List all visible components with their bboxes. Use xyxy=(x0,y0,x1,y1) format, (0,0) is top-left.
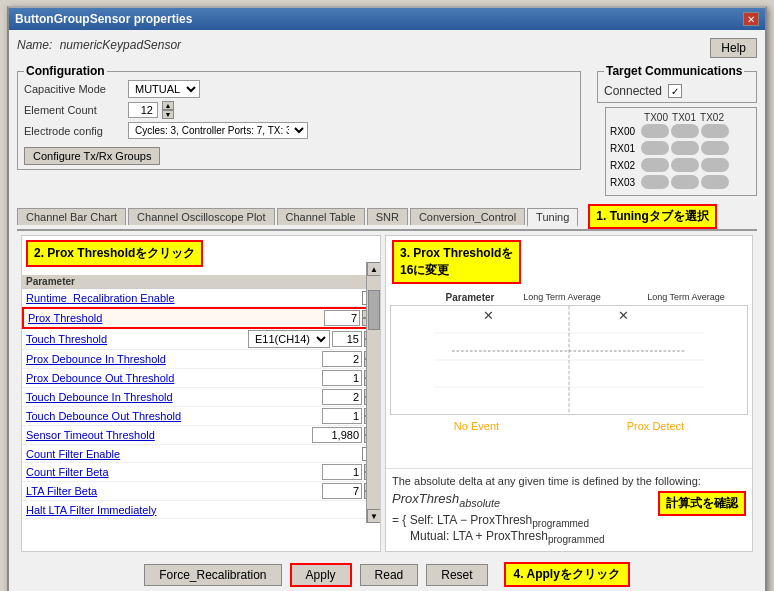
config-section: Configuration Capacitive Mode MUTUAL Ele… xyxy=(17,64,581,170)
configure-txrx-button[interactable]: Configure Tx/Rx Groups xyxy=(24,147,160,165)
param-name-2[interactable]: Touch Threshold xyxy=(26,333,248,345)
window-body: Name: numericKeypadSensor Help Configura… xyxy=(9,30,765,591)
param-row-6: Touch Debounce Out Threshold ▲ ▼ xyxy=(22,407,380,426)
tx-grid: TX00 TX01 TX02 RX00 RX01 xyxy=(605,107,757,196)
config-title: Configuration xyxy=(24,64,107,78)
param-control-2: E11(CH14) ▲ ▼ xyxy=(248,330,376,348)
param-name-11[interactable]: Halt LTA Filter Immediately xyxy=(26,504,376,516)
param-name-9[interactable]: Count Filter Beta xyxy=(26,466,322,478)
connected-label: Connected xyxy=(604,84,662,98)
chart-col2: Long Term Average xyxy=(500,292,624,303)
close-button[interactable]: ✕ xyxy=(743,12,759,26)
reset-button[interactable]: Reset xyxy=(426,564,487,586)
params-scrollbar[interactable]: ▲ ▼ xyxy=(366,262,380,523)
tx-header: TX00 TX01 TX02 xyxy=(610,112,752,123)
main-content: 2. Prox Thresholdをクリック Parameter Runtime… xyxy=(17,231,757,556)
element-count-input[interactable] xyxy=(128,102,158,118)
prox-deb-out-input[interactable] xyxy=(322,370,362,386)
help-button[interactable]: Help xyxy=(710,38,757,58)
tab-conversion-control[interactable]: Conversion_Control xyxy=(410,208,525,225)
tx02-rx01-cell xyxy=(701,141,729,155)
tx02-rx00-cell xyxy=(701,124,729,138)
param-row-7: Sensor Timeout Threshold ▲ ▼ xyxy=(22,426,380,445)
tab-channel-oscilloscope[interactable]: Channel Oscilloscope Plot xyxy=(128,208,274,225)
touch-threshold-select[interactable]: E11(CH14) xyxy=(248,330,330,348)
param-row-1: Prox Threshold ▲ ▼ xyxy=(22,307,380,329)
param-row-3: Prox Debounce In Threshold ▲ ▼ xyxy=(22,350,380,369)
tx00-rx03-cell xyxy=(641,175,669,189)
tx02-header: TX02 xyxy=(698,112,726,123)
tx01-rx00-cell xyxy=(671,124,699,138)
formula-3: Mutual: LTA + ProxThreshprogrammed xyxy=(410,529,654,545)
formula-2: = { Self: LTA − ProxThreshprogrammed xyxy=(392,513,654,529)
scroll-down-arrow[interactable]: ▼ xyxy=(367,509,381,523)
tab-tuning[interactable]: Tuning xyxy=(527,208,578,227)
no-event-label: No Event xyxy=(454,420,499,432)
tab-channel-bar-chart[interactable]: Channel Bar Chart xyxy=(17,208,126,225)
param-name-6[interactable]: Touch Debounce Out Threshold xyxy=(26,410,322,422)
math-formula-row: ProxThreshabsolute = { Self: LTA − ProxT… xyxy=(392,491,746,545)
prox-deb-in-input[interactable] xyxy=(322,351,362,367)
param-row-2: Touch Threshold E11(CH14) ▲ ▼ xyxy=(22,329,380,350)
electrode-label: Electrode config xyxy=(24,125,124,137)
electrode-select[interactable]: Cycles: 3, Controller Ports: 7, TX: 3, R… xyxy=(128,122,308,139)
param-row-0: Runtime_Recalibration Enable ✓ xyxy=(22,289,380,307)
param-name-5[interactable]: Touch Debounce In Threshold xyxy=(26,391,322,403)
read-button[interactable]: Read xyxy=(360,564,419,586)
rx02-label: RX02 xyxy=(610,160,640,171)
touch-threshold-input[interactable] xyxy=(332,331,362,347)
lta-filter-beta-input[interactable] xyxy=(322,483,362,499)
config-row-electrode: Electrode config Cycles: 3, Controller P… xyxy=(24,122,574,139)
chart-labels: No Event Prox Detect xyxy=(390,420,748,432)
mode-label: Capacitive Mode xyxy=(24,83,124,95)
apply-button[interactable]: Apply xyxy=(290,563,352,587)
param-row-11: Halt LTA Filter Immediately xyxy=(22,501,380,519)
tab-annotation: 1. Tuningタブを選択 xyxy=(588,204,716,229)
connected-checkbox[interactable]: ✓ xyxy=(668,84,682,98)
param-row-8: Count Filter Enable ✓ xyxy=(22,445,380,463)
tx02-rx02-cell xyxy=(701,158,729,172)
params-list: Parameter Runtime_Recalibration Enable ✓… xyxy=(22,271,380,523)
scroll-thumb[interactable] xyxy=(368,290,380,330)
rx01-label: RX01 xyxy=(610,143,640,154)
touch-deb-out-input[interactable] xyxy=(322,408,362,424)
tab-channel-table[interactable]: Channel Table xyxy=(277,208,365,225)
tab-snr[interactable]: SNR xyxy=(367,208,408,225)
math-formula-block: ProxThreshabsolute = { Self: LTA − ProxT… xyxy=(392,491,654,545)
bottom-buttons: Force_Recalibration Apply Read Reset 4. … xyxy=(17,556,757,591)
count-filter-beta-input[interactable] xyxy=(322,464,362,480)
sensor-timeout-input[interactable] xyxy=(312,427,362,443)
param-row-9: Count Filter Beta ▲ ▼ xyxy=(22,463,380,482)
rx00-label: RX00 xyxy=(610,126,640,137)
mode-select[interactable]: MUTUAL xyxy=(128,80,200,98)
chart-header: Parameter Long Term Average Long Term Av… xyxy=(390,292,748,303)
param-name-1[interactable]: Prox Threshold xyxy=(28,312,324,324)
spin-up[interactable]: ▲ xyxy=(162,101,174,110)
rx02-row: RX02 xyxy=(610,157,752,173)
param-name-8[interactable]: Count Filter Enable xyxy=(26,448,362,460)
param-name-10[interactable]: LTA Filter Beta xyxy=(26,485,322,497)
top-section: Configuration Capacitive Mode MUTUAL Ele… xyxy=(17,64,757,196)
svg-text:✕: ✕ xyxy=(618,309,629,323)
rx00-row: RX00 xyxy=(610,123,752,139)
tx02-rx03-cell xyxy=(701,175,729,189)
chart-area: Parameter Long Term Average Long Term Av… xyxy=(386,288,752,468)
element-count-spinner[interactable]: ▲ ▼ xyxy=(162,101,174,119)
param-name-0[interactable]: Runtime_Recalibration Enable xyxy=(26,292,362,304)
tx01-rx01-cell xyxy=(671,141,699,155)
right-panel: 3. Prox Thresholdを16に変更 Parameter Long T… xyxy=(385,235,753,552)
param-name-4[interactable]: Prox Debounce Out Threshold xyxy=(26,372,322,384)
math-annotation: 計算式を確認 xyxy=(658,491,746,516)
name-label: Name: xyxy=(17,38,52,52)
force-recalibration-button[interactable]: Force_Recalibration xyxy=(144,564,281,586)
apply-annotation: 4. Applyをクリック xyxy=(504,562,630,587)
formula-1: ProxThreshabsolute xyxy=(392,491,654,509)
param-name-7[interactable]: Sensor Timeout Threshold xyxy=(26,429,312,441)
prox-threshold-input[interactable] xyxy=(324,310,360,326)
right-top: Target Communications Connected ✓ TX00 T… xyxy=(597,64,757,196)
param-name-3[interactable]: Prox Debounce In Threshold xyxy=(26,353,322,365)
scroll-up-arrow[interactable]: ▲ xyxy=(367,262,381,276)
prox-detect-label: Prox Detect xyxy=(627,420,684,432)
spin-down[interactable]: ▼ xyxy=(162,110,174,119)
touch-deb-in-input[interactable] xyxy=(322,389,362,405)
